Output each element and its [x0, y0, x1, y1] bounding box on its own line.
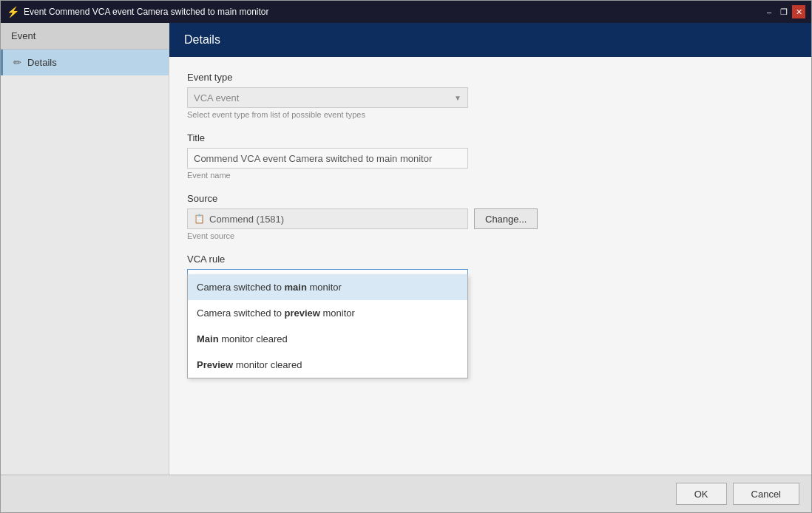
ok-button[interactable]: OK: [676, 483, 727, 505]
vca-rule-group: VCA rule Camera switched to main monitor…: [187, 254, 794, 290]
main-window: ⚡ Event Commend VCA event Camera switche…: [0, 0, 812, 513]
restore-button[interactable]: ❐: [777, 5, 791, 18]
sidebar: Event ✏ Details: [1, 23, 169, 475]
source-input: 📋 Commend (1581): [187, 208, 468, 229]
source-label: Source: [187, 193, 794, 204]
vca-rule-dropdown-list: Camera switched to main monitor Camera s…: [187, 274, 468, 378]
content-header: Details: [169, 23, 811, 57]
event-type-value: VCA event: [194, 92, 239, 103]
change-button[interactable]: Change...: [474, 208, 538, 229]
source-hint: Event source: [187, 231, 794, 240]
event-type-hint: Select event type from list of possible …: [187, 110, 794, 119]
event-type-label: Event type: [187, 72, 794, 83]
source-row: 📋 Commend (1581) Change...: [187, 208, 794, 229]
source-group: Source 📋 Commend (1581) Change... Event …: [187, 193, 794, 240]
sidebar-header: Event: [1, 23, 169, 50]
window-controls: – ❐ ✕: [762, 5, 805, 18]
source-value: Commend (1581): [209, 214, 284, 225]
minimize-button[interactable]: –: [762, 5, 776, 18]
dropdown-item-2[interactable]: Main monitor cleared: [188, 326, 467, 352]
title-input[interactable]: [187, 148, 468, 169]
event-type-group: Event type VCA event ▼ Select event type…: [187, 72, 794, 119]
main-content: Event ✏ Details Details Event type VCA e…: [1, 23, 811, 475]
title-hint: Event name: [187, 171, 794, 180]
sidebar-item-details[interactable]: ✏ Details: [1, 50, 169, 75]
dropdown-item-3[interactable]: Preview monitor cleared: [188, 352, 467, 378]
close-button[interactable]: ✕: [792, 5, 805, 18]
title-group: Title Event name: [187, 132, 794, 180]
cancel-button[interactable]: Cancel: [733, 483, 799, 505]
content-panel: Details Event type VCA event ▼ Select ev…: [169, 23, 811, 475]
title-label: Title: [187, 132, 794, 143]
details-icon: ✏: [13, 57, 21, 68]
source-icon: 📋: [194, 214, 205, 224]
app-icon: ⚡: [7, 6, 19, 18]
event-type-arrow: ▼: [454, 94, 461, 102]
sidebar-item-label: Details: [27, 57, 57, 68]
event-type-input[interactable]: VCA event ▼: [187, 87, 468, 108]
window-title: Event Commend VCA event Camera switched …: [24, 7, 762, 17]
dropdown-item-0[interactable]: Camera switched to main monitor: [188, 274, 467, 300]
footer-bar: OK Cancel: [1, 475, 811, 512]
titlebar: ⚡ Event Commend VCA event Camera switche…: [1, 1, 811, 23]
dropdown-item-1[interactable]: Camera switched to preview monitor: [188, 300, 467, 326]
content-body: Event type VCA event ▼ Select event type…: [169, 57, 811, 475]
vca-rule-label: VCA rule: [187, 254, 794, 265]
